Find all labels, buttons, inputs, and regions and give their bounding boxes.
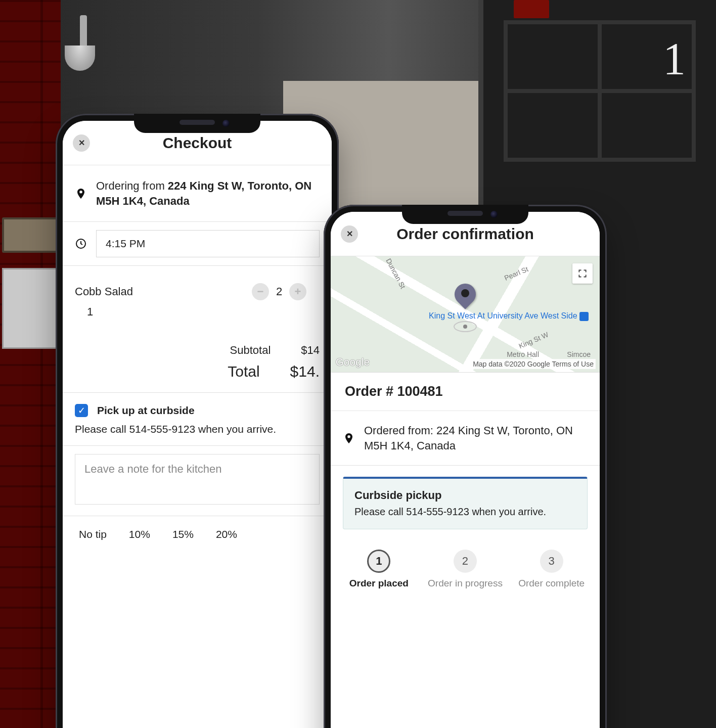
close-button[interactable]: ✕	[73, 134, 90, 152]
check-icon: ✓	[78, 405, 85, 416]
map-pin-icon	[455, 284, 476, 305]
line-item-row: Cobb Salad − 2 +	[63, 273, 332, 303]
phone-notch	[134, 114, 260, 133]
pickup-time-select[interactable]: 4:15 PM	[96, 230, 320, 257]
tip-options-row: No tip 10% 15% 20%	[63, 516, 332, 553]
order-map[interactable]: Duncan St Pearl St King St W Metro Hall …	[331, 256, 600, 373]
map-transit-stop[interactable]: King St West At University Ave West Side	[429, 311, 589, 321]
step-number-badge: 1	[367, 550, 390, 573]
exit-sign-icon	[514, 0, 549, 18]
line-item-name: Cobb Salad	[75, 285, 252, 298]
quantity-decrement-button[interactable]: −	[252, 283, 269, 300]
plus-icon: +	[295, 285, 301, 298]
curbside-label: Pick up at curbside	[97, 404, 195, 417]
kitchen-note-input[interactable]: Leave a note for the kitchen	[75, 454, 320, 505]
phone-checkout: ✕ Checkout Ordering from 224 King St W, …	[56, 114, 339, 728]
total-value: $14.	[290, 363, 320, 380]
minus-icon: −	[257, 285, 264, 298]
map-street-label: Metro Hall	[507, 350, 539, 358]
tip-option-15[interactable]: 15%	[168, 525, 198, 543]
pickup-location-row: Ordering from 224 King St W, Toronto, ON…	[63, 165, 332, 222]
map-logo: Google	[336, 356, 370, 368]
page-title: Checkout	[90, 134, 304, 152]
pickup-location-text: Ordering from 224 King St W, Toronto, ON…	[96, 178, 320, 208]
close-icon: ✕	[78, 138, 85, 148]
close-icon: ✕	[346, 229, 353, 239]
kitchen-note-placeholder: Leave a note for the kitchen	[84, 463, 222, 475]
step-label: Order complete	[518, 578, 585, 589]
order-progress-steps: 1 Order placed 2 Order in progress 3 Ord…	[331, 540, 600, 594]
step-order-in-progress: 2 Order in progress	[427, 550, 503, 589]
line-item-option: 1	[63, 303, 332, 330]
step-order-complete: 3 Order complete	[514, 550, 590, 589]
quantity-increment-button[interactable]: +	[289, 283, 306, 300]
ordered-from-text: Ordered from: 224 King St W, Toronto, ON…	[364, 423, 588, 453]
tip-option-20[interactable]: 20%	[212, 525, 241, 543]
map-fullscreen-button[interactable]	[572, 263, 593, 284]
map-attribution: Map data ©2020 Google Terms of Use	[471, 359, 596, 369]
curbside-callout: Curbside pickup Please call 514-555-9123…	[343, 477, 588, 529]
subtotal-label: Subtotal	[75, 344, 301, 357]
ordered-from-row: Ordered from: 224 King St W, Toronto, ON…	[331, 411, 600, 466]
curbside-helper-text: Please call 514-555-9123 when you arrive…	[63, 421, 332, 445]
map-street-label: Duncan St	[384, 257, 407, 290]
pickup-time-value: 4:15 PM	[106, 238, 145, 250]
location-pin-icon	[75, 188, 87, 200]
total-label: Total	[75, 363, 290, 380]
bus-stop-icon	[579, 312, 589, 321]
phone-confirmation: ✕ Order confirmation Duncan St Pearl St …	[324, 205, 607, 728]
page-title: Order confirmation	[358, 225, 572, 243]
map-street-label: King St W	[517, 330, 550, 350]
tip-option-none[interactable]: No tip	[75, 525, 111, 543]
total-row: Total $14.	[63, 360, 332, 392]
door-number: 1	[663, 33, 686, 85]
step-label: Order in progress	[428, 578, 503, 589]
tip-option-10[interactable]: 10%	[125, 525, 154, 543]
map-street-label: Simcoe	[567, 350, 591, 358]
curbside-checkbox[interactable]: ✓	[75, 404, 88, 417]
quantity-value: 2	[269, 285, 289, 298]
pickup-time-row: 4:15 PM	[63, 222, 332, 266]
close-button[interactable]: ✕	[341, 225, 358, 243]
map-street-label: Pearl St	[503, 265, 529, 282]
subtotal-row: Subtotal $14	[63, 341, 332, 360]
subtotal-value: $14	[301, 344, 320, 357]
step-label: Order placed	[349, 578, 409, 589]
phone-notch	[402, 205, 528, 224]
map-pin-shadow-icon	[454, 321, 477, 332]
step-order-placed: 1 Order placed	[341, 550, 417, 589]
curbside-row: ✓ Pick up at curbside	[63, 393, 332, 421]
callout-title: Curbside pickup	[354, 489, 576, 502]
fullscreen-icon	[577, 268, 588, 279]
callout-body: Please call 514-555-9123 when you arrive…	[354, 506, 576, 518]
location-pin-icon	[343, 432, 355, 444]
step-number-badge: 3	[540, 550, 563, 573]
step-number-badge: 2	[454, 550, 477, 573]
clock-icon	[75, 238, 87, 250]
order-number: Order # 100481	[331, 373, 600, 411]
